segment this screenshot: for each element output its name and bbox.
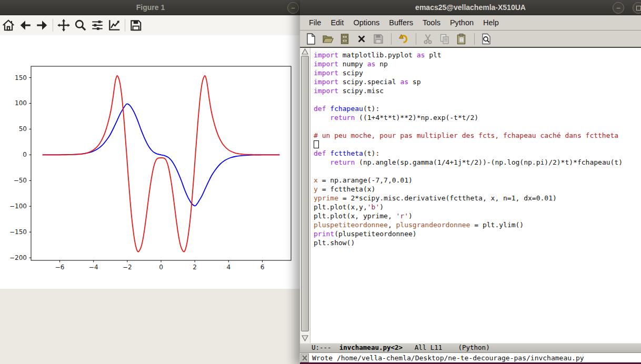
code-line: import scipy.special as sp xyxy=(314,77,641,86)
code-line: print(pluspetiteordonnee) xyxy=(314,229,641,238)
menu-python[interactable]: Python xyxy=(445,15,478,30)
series-r xyxy=(43,76,279,252)
scrollbar-thumb[interactable] xyxy=(301,56,309,331)
toolbar-separator xyxy=(391,33,392,45)
code-line: import scipy.misc xyxy=(314,86,641,95)
emacs-echo-area[interactable]: Wrote /home/vella-chemla/Desktop/ne-te-d… xyxy=(300,353,641,362)
code-line: y = fcttheta(x) xyxy=(314,185,641,194)
x-tick-label: 0 xyxy=(159,264,163,271)
emacs-menubar: File Edit Options Buffers Tools Python H… xyxy=(300,15,641,31)
code-line xyxy=(314,140,641,149)
echo-message: Wrote /home/vella-chemla/Desktop/ne-te-d… xyxy=(312,354,584,362)
scroll-up-icon[interactable] xyxy=(300,48,310,55)
dired-icon[interactable] xyxy=(337,32,353,46)
undo-icon[interactable] xyxy=(395,32,411,46)
code-line xyxy=(314,95,641,104)
plot-canvas[interactable]: −6−4−20246150100500−50−100−150−200 xyxy=(0,35,301,289)
modeline-buffer-name: invchameau.py<2> xyxy=(339,343,403,351)
figure-titlebar[interactable]: Figure 1 – xyxy=(0,0,301,15)
forward-icon[interactable] xyxy=(35,18,49,33)
toolbar-separator xyxy=(416,33,416,45)
y-tick-label: 0 xyxy=(23,151,27,158)
toolbar-separator xyxy=(53,19,53,32)
x11-icon xyxy=(301,353,309,362)
figure-window: Figure 1 – −6−4−20246150100500−50−100−1 xyxy=(0,0,301,288)
y-tick-label: −50 xyxy=(14,177,27,184)
copy-icon[interactable] xyxy=(437,32,453,46)
code-line: def fchapeau(t): xyxy=(314,104,641,113)
code-line xyxy=(314,167,641,176)
menu-edit[interactable]: Edit xyxy=(326,15,348,30)
y-tick-label: 50 xyxy=(19,125,27,133)
paste-icon[interactable] xyxy=(454,32,469,46)
figure-toolbar xyxy=(0,15,301,35)
emacs-window-title: emacs25@vellachemla-X510UA xyxy=(415,3,526,12)
x-tick-label: 2 xyxy=(193,264,197,271)
code-line: plt.plot(x,y,'b') xyxy=(314,203,641,211)
emacs-titlebar[interactable]: emacs25@vellachemla-X510UA – xyxy=(300,0,641,15)
x-tick-label: −4 xyxy=(89,264,98,271)
cut-icon[interactable] xyxy=(420,32,436,46)
y-tick-label: 150 xyxy=(15,74,27,82)
code-line: def fcttheta(t): xyxy=(314,149,641,158)
x-tick-label: −6 xyxy=(55,264,65,271)
y-tick-label: 100 xyxy=(15,99,27,107)
toolbar-separator xyxy=(474,33,475,45)
menu-tools[interactable]: Tools xyxy=(418,15,445,30)
subplots-config-icon[interactable] xyxy=(90,18,105,33)
menu-help[interactable]: Help xyxy=(478,15,504,30)
x-tick-label: 6 xyxy=(261,264,265,271)
emacs-modeline: U:--- invchameau.py<2> All L11 (Python) xyxy=(300,343,641,353)
home-icon[interactable] xyxy=(1,18,16,33)
menu-options[interactable]: Options xyxy=(348,15,384,30)
figure-minimize-button[interactable]: – xyxy=(287,2,299,14)
pan-icon[interactable] xyxy=(56,18,71,33)
code-line xyxy=(314,122,641,131)
code-area[interactable]: import matplotlib.pyplot as pltimport nu… xyxy=(311,48,641,343)
emacs-toolbar xyxy=(300,31,641,48)
code-line: yprime = 2*scipy.misc.derivative(fctthet… xyxy=(314,194,641,203)
menu-file[interactable]: File xyxy=(304,15,326,30)
y-tick-label: −100 xyxy=(9,203,27,210)
x-tick-label: −2 xyxy=(123,264,132,271)
code-line: return ((1+4*t*t)**2)*np.exp(-t*t/2) xyxy=(314,113,641,122)
text-cursor xyxy=(314,140,319,148)
emacs-window: emacs25@vellachemla-X510UA – File Edit O… xyxy=(300,0,641,364)
zoom-icon[interactable] xyxy=(73,18,88,33)
kill-buffer-icon[interactable] xyxy=(354,32,369,46)
code-line: import matplotlib.pyplot as plt xyxy=(314,50,641,59)
open-folder-icon[interactable] xyxy=(320,32,336,46)
y-tick-label: −150 xyxy=(9,228,27,236)
save-icon[interactable] xyxy=(370,32,386,46)
axes-box xyxy=(31,66,291,260)
emacs-scrollbar[interactable] xyxy=(300,48,311,343)
x-tick-label: 4 xyxy=(226,264,231,271)
figure-window-title: Figure 1 xyxy=(136,3,165,12)
emacs-minimize-button[interactable]: – xyxy=(613,2,624,14)
code-line: x = np.arange(-7,7,0.01) xyxy=(314,176,641,185)
toolbar-separator xyxy=(125,19,125,32)
back-icon[interactable] xyxy=(18,18,33,33)
code-line: import scipy xyxy=(314,68,641,77)
series-b xyxy=(43,104,279,206)
edit-axes-icon[interactable] xyxy=(107,18,122,33)
code-line: return (np.angle(sp.gamma(1/4+1j*t/2))-(… xyxy=(314,158,641,167)
modeline-status: U:--- xyxy=(312,343,339,351)
menu-buffers[interactable]: Buffers xyxy=(384,15,418,30)
save-icon[interactable] xyxy=(128,18,143,33)
code-line: pluspetiteordonnee, plusgrandeordonnee =… xyxy=(314,220,641,229)
emacs-maximize-button[interactable] xyxy=(633,2,641,14)
new-file-icon[interactable] xyxy=(303,32,319,46)
code-line: import numpy as np xyxy=(314,59,641,68)
y-tick-label: −200 xyxy=(9,254,27,261)
scroll-down-icon[interactable] xyxy=(300,335,310,342)
emacs-body: import matplotlib.pyplot as pltimport nu… xyxy=(300,48,641,343)
code-line: # un peu moche, pour pas multiplier des … xyxy=(314,131,641,140)
search-icon[interactable] xyxy=(478,32,494,46)
code-line: plt.show() xyxy=(314,238,641,247)
modeline-position: All L11 (Python) xyxy=(403,343,490,351)
code-line: plt.plot(x, yprime, 'r') xyxy=(314,211,641,220)
